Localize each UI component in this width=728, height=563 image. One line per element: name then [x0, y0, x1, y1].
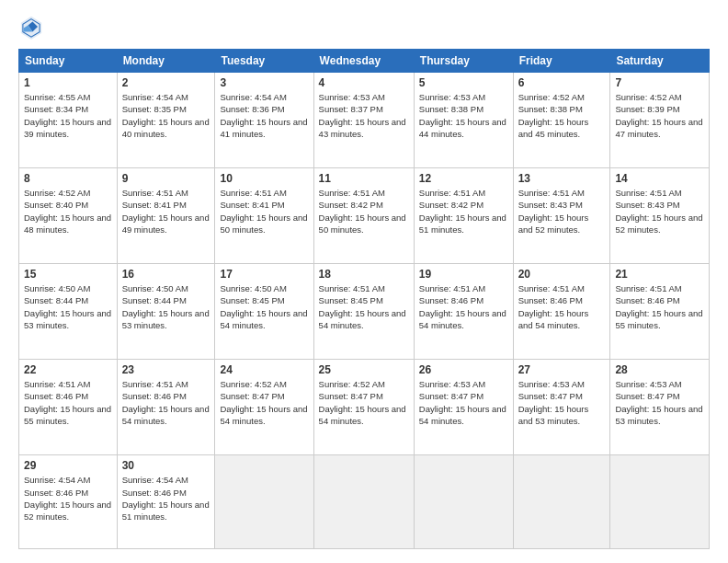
calendar-cell: 29Sunrise: 4:54 AMSunset: 8:46 PMDayligh… — [19, 455, 118, 549]
calendar-cell: 24Sunrise: 4:52 AMSunset: 8:47 PMDayligh… — [215, 360, 313, 455]
day-number: 18 — [319, 268, 409, 281]
day-number: 23 — [122, 363, 210, 376]
day-number: 21 — [615, 268, 704, 281]
day-info: Sunrise: 4:50 AMSunset: 8:44 PMDaylight:… — [24, 282, 112, 331]
day-number: 12 — [419, 172, 508, 185]
day-header-tuesday: Tuesday — [215, 50, 313, 73]
day-number: 5 — [419, 76, 508, 89]
calendar-cell: 19Sunrise: 4:51 AMSunset: 8:46 PMDayligh… — [414, 264, 513, 360]
calendar-cell: 13Sunrise: 4:51 AMSunset: 8:43 PMDayligh… — [513, 168, 610, 264]
calendar-cell: 11Sunrise: 4:51 AMSunset: 8:42 PMDayligh… — [313, 168, 414, 264]
day-number: 15 — [24, 268, 112, 281]
day-info: Sunrise: 4:53 AMSunset: 8:47 PMDaylight:… — [419, 378, 508, 427]
day-header-saturday: Saturday — [610, 50, 710, 73]
calendar-cell: 20Sunrise: 4:51 AMSunset: 8:46 PMDayligh… — [513, 264, 610, 360]
day-info: Sunrise: 4:53 AMSunset: 8:47 PMDaylight:… — [518, 378, 606, 427]
calendar-week-1: 1Sunrise: 4:55 AMSunset: 8:34 PMDaylight… — [19, 73, 710, 168]
day-number: 26 — [419, 363, 508, 376]
day-number: 28 — [615, 363, 704, 376]
day-number: 7 — [615, 76, 704, 89]
day-number: 2 — [122, 76, 210, 89]
calendar-cell: 26Sunrise: 4:53 AMSunset: 8:47 PMDayligh… — [414, 360, 513, 455]
calendar-cell: 4Sunrise: 4:53 AMSunset: 8:37 PMDaylight… — [313, 73, 414, 168]
day-number: 29 — [24, 459, 112, 472]
day-number: 27 — [518, 363, 606, 376]
page: SundayMondayTuesdayWednesdayThursdayFrid… — [0, 0, 728, 563]
calendar-week-3: 15Sunrise: 4:50 AMSunset: 8:44 PMDayligh… — [19, 264, 710, 360]
calendar-cell: 28Sunrise: 4:53 AMSunset: 8:47 PMDayligh… — [610, 360, 710, 455]
day-number: 30 — [122, 459, 210, 472]
day-info: Sunrise: 4:51 AMSunset: 8:42 PMDaylight:… — [419, 187, 508, 236]
day-info: Sunrise: 4:53 AMSunset: 8:47 PMDaylight:… — [615, 378, 704, 427]
day-number: 14 — [615, 172, 704, 185]
calendar: SundayMondayTuesdayWednesdayThursdayFrid… — [18, 49, 710, 549]
day-info: Sunrise: 4:52 AMSunset: 8:38 PMDaylight:… — [518, 91, 606, 140]
day-info: Sunrise: 4:55 AMSunset: 8:34 PMDaylight:… — [24, 91, 112, 140]
calendar-cell — [414, 455, 513, 549]
calendar-cell: 27Sunrise: 4:53 AMSunset: 8:47 PMDayligh… — [513, 360, 610, 455]
calendar-cell — [513, 455, 610, 549]
calendar-cell: 2Sunrise: 4:54 AMSunset: 8:35 PMDaylight… — [117, 73, 215, 168]
logo-icon — [18, 14, 44, 40]
calendar-cell: 23Sunrise: 4:51 AMSunset: 8:46 PMDayligh… — [117, 360, 215, 455]
day-number: 22 — [24, 363, 112, 376]
day-info: Sunrise: 4:51 AMSunset: 8:42 PMDaylight:… — [319, 187, 409, 236]
day-info: Sunrise: 4:50 AMSunset: 8:45 PMDaylight:… — [220, 282, 308, 331]
day-number: 16 — [122, 268, 210, 281]
day-info: Sunrise: 4:52 AMSunset: 8:47 PMDaylight:… — [220, 378, 308, 427]
day-info: Sunrise: 4:52 AMSunset: 8:47 PMDaylight:… — [319, 378, 409, 427]
day-number: 3 — [220, 76, 308, 89]
day-info: Sunrise: 4:50 AMSunset: 8:44 PMDaylight:… — [122, 282, 210, 331]
day-info: Sunrise: 4:51 AMSunset: 8:46 PMDaylight:… — [122, 378, 210, 427]
day-number: 20 — [518, 268, 606, 281]
day-info: Sunrise: 4:51 AMSunset: 8:46 PMDaylight:… — [518, 282, 606, 331]
calendar-cell: 17Sunrise: 4:50 AMSunset: 8:45 PMDayligh… — [215, 264, 313, 360]
calendar-cell: 30Sunrise: 4:54 AMSunset: 8:46 PMDayligh… — [117, 455, 215, 549]
day-header-sunday: Sunday — [19, 50, 118, 73]
calendar-cell: 15Sunrise: 4:50 AMSunset: 8:44 PMDayligh… — [19, 264, 118, 360]
day-number: 4 — [319, 76, 409, 89]
day-info: Sunrise: 4:51 AMSunset: 8:46 PMDaylight:… — [419, 282, 508, 331]
calendar-cell: 1Sunrise: 4:55 AMSunset: 8:34 PMDaylight… — [19, 73, 118, 168]
day-info: Sunrise: 4:54 AMSunset: 8:35 PMDaylight:… — [122, 91, 210, 140]
calendar-cell: 7Sunrise: 4:52 AMSunset: 8:39 PMDaylight… — [610, 73, 710, 168]
calendar-cell: 10Sunrise: 4:51 AMSunset: 8:41 PMDayligh… — [215, 168, 313, 264]
header — [18, 14, 710, 40]
day-number: 19 — [419, 268, 508, 281]
calendar-cell: 16Sunrise: 4:50 AMSunset: 8:44 PMDayligh… — [117, 264, 215, 360]
calendar-week-5: 29Sunrise: 4:54 AMSunset: 8:46 PMDayligh… — [19, 455, 710, 549]
calendar-cell: 22Sunrise: 4:51 AMSunset: 8:46 PMDayligh… — [19, 360, 118, 455]
calendar-cell: 21Sunrise: 4:51 AMSunset: 8:46 PMDayligh… — [610, 264, 710, 360]
day-info: Sunrise: 4:54 AMSunset: 8:46 PMDaylight:… — [122, 474, 210, 523]
day-header-friday: Friday — [513, 50, 610, 73]
calendar-cell: 6Sunrise: 4:52 AMSunset: 8:38 PMDaylight… — [513, 73, 610, 168]
day-info: Sunrise: 4:51 AMSunset: 8:43 PMDaylight:… — [615, 187, 704, 236]
day-number: 1 — [24, 76, 112, 89]
day-number: 13 — [518, 172, 606, 185]
day-info: Sunrise: 4:51 AMSunset: 8:46 PMDaylight:… — [615, 282, 704, 331]
calendar-cell: 14Sunrise: 4:51 AMSunset: 8:43 PMDayligh… — [610, 168, 710, 264]
calendar-cell: 8Sunrise: 4:52 AMSunset: 8:40 PMDaylight… — [19, 168, 118, 264]
calendar-cell — [215, 455, 313, 549]
day-info: Sunrise: 4:51 AMSunset: 8:45 PMDaylight:… — [319, 282, 409, 331]
calendar-week-2: 8Sunrise: 4:52 AMSunset: 8:40 PMDaylight… — [19, 168, 710, 264]
day-info: Sunrise: 4:51 AMSunset: 8:41 PMDaylight:… — [122, 187, 210, 236]
calendar-cell — [313, 455, 414, 549]
day-number: 6 — [518, 76, 606, 89]
day-info: Sunrise: 4:53 AMSunset: 8:38 PMDaylight:… — [419, 91, 508, 140]
day-number: 8 — [24, 172, 112, 185]
day-number: 25 — [319, 363, 409, 376]
day-number: 24 — [220, 363, 308, 376]
day-number: 11 — [319, 172, 409, 185]
day-header-monday: Monday — [117, 50, 215, 73]
calendar-cell: 18Sunrise: 4:51 AMSunset: 8:45 PMDayligh… — [313, 264, 414, 360]
calendar-cell: 12Sunrise: 4:51 AMSunset: 8:42 PMDayligh… — [414, 168, 513, 264]
day-header-thursday: Thursday — [414, 50, 513, 73]
calendar-cell — [610, 455, 710, 549]
calendar-cell: 5Sunrise: 4:53 AMSunset: 8:38 PMDaylight… — [414, 73, 513, 168]
day-info: Sunrise: 4:53 AMSunset: 8:37 PMDaylight:… — [319, 91, 409, 140]
calendar-cell: 9Sunrise: 4:51 AMSunset: 8:41 PMDaylight… — [117, 168, 215, 264]
calendar-header-row: SundayMondayTuesdayWednesdayThursdayFrid… — [19, 50, 710, 73]
day-info: Sunrise: 4:54 AMSunset: 8:36 PMDaylight:… — [220, 91, 308, 140]
day-info: Sunrise: 4:51 AMSunset: 8:41 PMDaylight:… — [220, 187, 308, 236]
